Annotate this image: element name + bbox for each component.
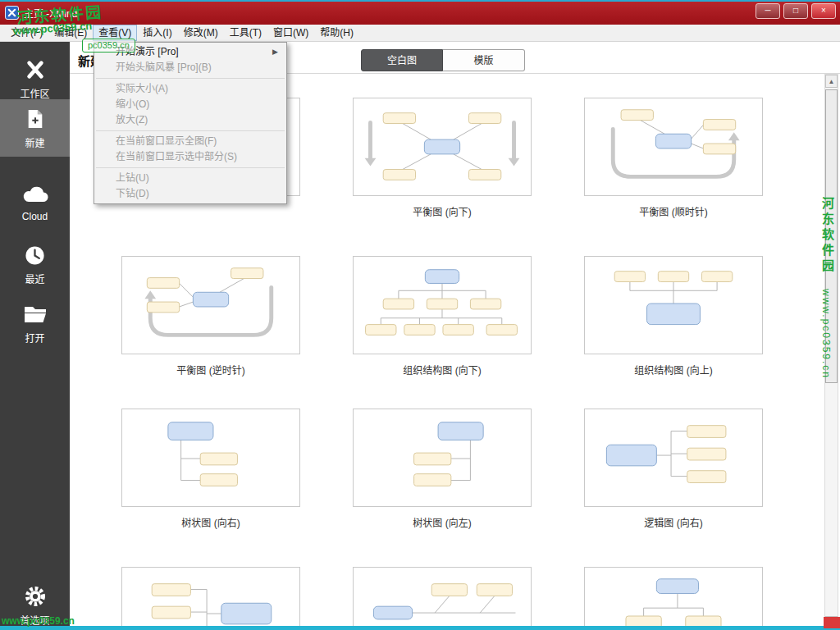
topic-box	[152, 584, 190, 596]
topic-box	[414, 474, 451, 486]
template-preview	[354, 98, 531, 195]
watermark-url-bottom: www.pc0359.cn	[2, 615, 75, 627]
template-caption: 逻辑图 (向右)	[584, 515, 763, 529]
view-menu-item[interactable]: 在当前窗口显示选中部分(S)	[94, 149, 286, 165]
template-card[interactable]	[353, 409, 532, 507]
sidebar-item-label: 打开	[0, 331, 70, 345]
template-card[interactable]	[121, 567, 300, 630]
topic-box	[168, 422, 213, 441]
folder-icon	[0, 301, 70, 327]
preview-line	[454, 123, 482, 139]
topic-box	[193, 292, 228, 307]
view-menu-item[interactable]: 在当前窗口显示全图(F)	[94, 134, 286, 149]
template-card[interactable]	[584, 567, 763, 630]
topic-box	[614, 272, 645, 282]
topic-box	[438, 422, 483, 441]
topic-box	[477, 584, 512, 596]
template-card[interactable]	[584, 256, 763, 354]
view-menu-item[interactable]: 放大(Z)	[94, 112, 286, 128]
preview-line	[692, 125, 704, 139]
view-menu-item[interactable]: 实际大小(A)	[94, 81, 286, 97]
topic-box	[606, 445, 656, 466]
menubar-item[interactable]: 帮助(H)	[314, 25, 359, 41]
watermark-url-vertical: www.pc0359.cn	[820, 289, 832, 379]
topic-box	[200, 474, 237, 486]
template-preview	[585, 409, 762, 506]
preview-line	[435, 596, 450, 613]
template-card[interactable]	[584, 98, 763, 196]
preview-line	[180, 283, 194, 297]
topic-box	[383, 170, 415, 180]
topic-box	[221, 603, 272, 624]
template-preview	[585, 98, 762, 195]
topic-box	[427, 299, 457, 309]
template-caption: 组织结构图 (向下)	[353, 363, 532, 377]
template-card[interactable]	[584, 409, 763, 507]
topic-box	[431, 584, 467, 596]
sidebar-item-new[interactable]: 新建	[0, 99, 70, 157]
view-dropdown-menu: 开始演示 [Pro]▶开始头脑风暴 [Pro](B)实际大小(A)缩小(O)放大…	[94, 42, 287, 204]
preview-arrowhead-icon	[144, 290, 156, 299]
new-file-icon	[0, 106, 70, 132]
topic-box	[656, 579, 698, 594]
preview-line	[692, 144, 704, 148]
template-card[interactable]	[353, 98, 532, 196]
topic-box	[424, 139, 459, 154]
view-menu-item[interactable]: 上钻(U)	[94, 171, 286, 186]
sidebar-item-cloud[interactable]: Cloud	[0, 175, 70, 232]
close-button[interactable]: ×	[811, 3, 836, 19]
tab-template[interactable]: 模版	[443, 49, 525, 71]
menubar-item[interactable]: 工具(T)	[224, 25, 267, 41]
sidebar-item-recent[interactable]: 最近	[0, 235, 70, 293]
template-card[interactable]	[353, 256, 532, 354]
maximize-button[interactable]: □	[783, 3, 808, 19]
template-card[interactable]	[353, 567, 532, 630]
template-card[interactable]	[121, 409, 300, 507]
workspace-icon	[0, 57, 70, 83]
sidebar-item-label: 新建	[0, 135, 70, 149]
topic-box	[687, 471, 726, 483]
template-preview	[354, 568, 531, 630]
clock-icon	[0, 242, 70, 268]
preview-line	[220, 279, 244, 293]
topic-box	[383, 299, 413, 309]
topic-box	[231, 268, 263, 279]
tab-blank[interactable]: 空白图	[361, 49, 443, 71]
template-card[interactable]	[121, 256, 300, 354]
watermark-badge: pc0359.cn	[82, 39, 135, 52]
sidebar-item-open[interactable]: 打开	[0, 294, 70, 352]
template-preview	[122, 257, 299, 354]
page-frame-top	[0, 0, 840, 2]
topic-box	[703, 144, 735, 154]
topic-box	[404, 325, 435, 336]
topic-box	[373, 606, 412, 619]
topic-box	[658, 272, 688, 282]
topic-box	[647, 304, 701, 325]
topic-box	[383, 113, 415, 124]
page-frame-corner	[824, 617, 840, 628]
xmind-window: 主页 -XMind ─ □ × 文件(F)编辑(E)查看(V)插入(I)修改(M…	[0, 0, 840, 630]
topic-box	[147, 278, 179, 289]
sidebar-item-label: Cloud	[0, 211, 70, 222]
menubar-item[interactable]: 窗口(W)	[267, 25, 314, 41]
view-toggle: 空白图模版	[361, 49, 525, 71]
view-menu-item[interactable]: 开始头脑风暴 [Pro](B)	[94, 60, 286, 75]
template-preview	[122, 409, 299, 506]
menu-separator	[96, 167, 285, 168]
scroll-up-icon[interactable]: ▲	[825, 75, 838, 88]
menubar-item[interactable]: 插入(I)	[137, 25, 177, 41]
topic-box	[703, 120, 735, 130]
topic-box	[152, 606, 190, 619]
view-menu-item[interactable]: 下钻(D)	[94, 186, 286, 202]
minimize-button[interactable]: ─	[756, 3, 780, 19]
topic-box	[468, 113, 500, 124]
topic-box	[486, 325, 517, 336]
gear-icon	[0, 583, 70, 609]
view-menu-item[interactable]: 缩小(O)	[94, 97, 286, 112]
menu-separator	[96, 78, 285, 79]
preview-line	[180, 302, 194, 307]
topic-box	[468, 170, 500, 180]
menubar-item[interactable]: 修改(M)	[178, 25, 224, 41]
sidebar: 工作区新建Cloud最近打开首选项	[0, 42, 70, 630]
template-caption: 平衡图 (向下)	[353, 204, 532, 218]
